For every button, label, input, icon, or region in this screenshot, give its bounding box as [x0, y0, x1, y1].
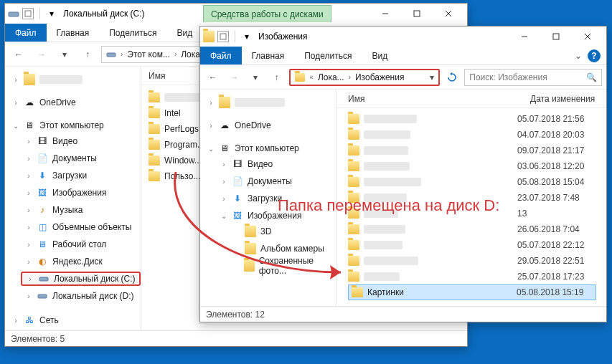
navigation-pane: › ›☁OneDrive ⌄🖥Этот компьютер ›🎞Видео ›📄… [200, 90, 336, 306]
tree-onedrive[interactable]: ›☁OneDrive [203, 118, 336, 133]
breadcrumb[interactable]: Этот ком... [127, 49, 170, 59]
qat-button[interactable] [22, 8, 34, 19]
list-item[interactable]: 25.07.2018 17:23 [348, 269, 596, 284]
tab-view[interactable]: Вид [362, 47, 397, 64]
item-name [364, 115, 417, 123]
tree-pictures[interactable]: ⌄🖼Изображения [216, 209, 336, 223]
help-icon[interactable]: ? [588, 49, 601, 62]
column-header-date[interactable]: Дата изменения [530, 94, 595, 104]
maximize-button[interactable] [540, 27, 572, 47]
tab-share[interactable]: Поделиться [294, 47, 362, 64]
tree-documents[interactable]: ›📄Документы [21, 151, 141, 166]
tree-onedrive[interactable]: ›☁OneDrive [8, 95, 141, 110]
item-date: 13 [517, 209, 596, 219]
folder-icon [24, 74, 35, 85]
tree-pictures[interactable]: ›🖼Изображения [21, 186, 141, 200]
minimize-button[interactable] [509, 27, 540, 47]
folder-icon [348, 272, 359, 282]
item-date: 03.06.2018 12:20 [517, 161, 596, 171]
search-input[interactable]: Поиск: Изобажения 🔍 [464, 69, 602, 86]
tree-this-pc[interactable]: ⌄🖥Этот компьютер [203, 141, 336, 155]
column-header-name[interactable]: Имя [348, 94, 513, 104]
tree-videos[interactable]: ›🎞Видео [21, 134, 141, 148]
tab-home[interactable]: Главная [47, 24, 100, 42]
close-button[interactable] [433, 4, 464, 24]
list-item[interactable]: 29.05.2018 22:51 [348, 253, 596, 269]
download-icon: ⬇ [232, 193, 243, 204]
breadcrumb[interactable]: Изобажения [355, 72, 404, 82]
cloud-icon: ☁ [219, 120, 230, 131]
tab-view[interactable]: Вид [166, 24, 202, 42]
nav-recent-button[interactable]: ▾ [247, 68, 264, 87]
tree-desktop[interactable]: ›🖥Рабочий стол [21, 237, 141, 252]
refresh-button[interactable] [444, 69, 460, 86]
music-icon: ♪ [37, 204, 48, 216]
nav-recent-button[interactable]: ▾ [55, 45, 74, 64]
list-item[interactable]: 23.07.2018 7:48 [348, 190, 596, 206]
qat-chevron-icon[interactable]: ▾ [241, 31, 253, 42]
tree-yandex-disk[interactable]: ›◐Яндекс.Диск [21, 254, 141, 269]
tree-downloads[interactable]: ›⬇Загрузки [216, 191, 336, 206]
tree-this-pc[interactable]: ⌄🖥Этот компьютер [8, 118, 141, 133]
minimize-button[interactable] [369, 4, 401, 24]
nav-up-button[interactable]: ↑ [268, 68, 286, 87]
list-item[interactable]: Картинки05.08.2018 15:19 [348, 284, 596, 300]
folder-icon [348, 209, 359, 219]
item-date: 05.08.2018 15:19 [517, 287, 595, 297]
address-bar[interactable]: « Лока... › Изобажения ▾ [289, 69, 440, 86]
tree-network[interactable]: ›🖧Сеть [8, 313, 141, 327]
list-item[interactable]: 13 [348, 206, 596, 221]
tab-file[interactable]: Файл [5, 24, 47, 42]
nav-back-button[interactable]: ← [9, 45, 28, 64]
folder-icon [149, 108, 160, 118]
maximize-button[interactable] [401, 4, 433, 24]
folder-icon [149, 124, 160, 134]
nav-back-button[interactable]: ← [204, 68, 222, 87]
tree-documents[interactable]: ›📄Документы [216, 174, 336, 188]
tree-downloads[interactable]: ›⬇Загрузки [21, 168, 141, 183]
folder-icon [348, 114, 359, 124]
tab-home[interactable]: Главная [242, 47, 295, 64]
chevron-left-icon: « [309, 73, 314, 81]
list-item[interactable]: 05.07.2018 21:56 [348, 111, 596, 127]
tree-drive-c[interactable]: ›Локальный диск (C:) [21, 272, 141, 286]
folder-icon [149, 155, 160, 166]
close-button[interactable] [572, 27, 603, 47]
svg-rect-8 [38, 294, 47, 298]
tree-3dobjects[interactable]: ›◫Объемные объекты [21, 220, 141, 234]
breadcrumb[interactable]: Лока... [318, 72, 344, 82]
nav-forward-button[interactable]: → [32, 45, 51, 64]
ribbon-expand-icon[interactable]: ⌄ [575, 51, 582, 61]
list-item[interactable]: 05.08.2018 15:04 [348, 174, 596, 190]
tree-3d[interactable]: 3D [229, 224, 336, 239]
item-name [364, 272, 400, 281]
qat-chevron-icon[interactable]: ▾ [46, 8, 57, 19]
tree-saved-photos[interactable]: Сохраненные фото... [229, 259, 336, 273]
tree-camera-roll[interactable]: Альбом камеры [229, 241, 336, 256]
address-dropdown-icon[interactable]: ▾ [430, 72, 434, 82]
nav-forward-button[interactable]: → [226, 68, 243, 87]
list-item[interactable]: 26.06.2018 7:04 [348, 221, 596, 237]
qat-button[interactable] [217, 31, 229, 42]
list-item[interactable]: 04.07.2018 20:03 [348, 127, 596, 143]
tree-music[interactable]: ›♪Музыка [21, 203, 141, 217]
folder-icon [149, 140, 160, 150]
list-item[interactable]: 05.07.2018 22:12 [348, 237, 596, 253]
tree-item-blurred[interactable]: › [203, 95, 336, 110]
tree-drive-d[interactable]: ›Локальный диск (D:) [21, 289, 141, 303]
tree-videos[interactable]: ›🎞Видео [216, 157, 336, 171]
ribbon-context-tab[interactable]: Средства работы с дисками [203, 5, 331, 22]
tree-item-blurred[interactable]: › [8, 72, 141, 87]
tab-file[interactable]: Файл [200, 47, 242, 64]
folder-icon [295, 73, 305, 82]
item-name [364, 178, 421, 186]
folder-icon [149, 92, 160, 102]
cloud-icon: ☁ [24, 97, 35, 108]
list-item[interactable]: 03.06.2018 12:20 [348, 158, 596, 174]
nav-up-button[interactable]: ↑ [78, 45, 97, 64]
search-icon: 🔍 [586, 72, 597, 82]
list-item[interactable]: 09.07.2018 21:17 [348, 143, 596, 158]
folder-icon [348, 240, 359, 250]
tab-share[interactable]: Поделиться [99, 24, 166, 42]
desktop-icon: 🖥 [37, 239, 48, 250]
